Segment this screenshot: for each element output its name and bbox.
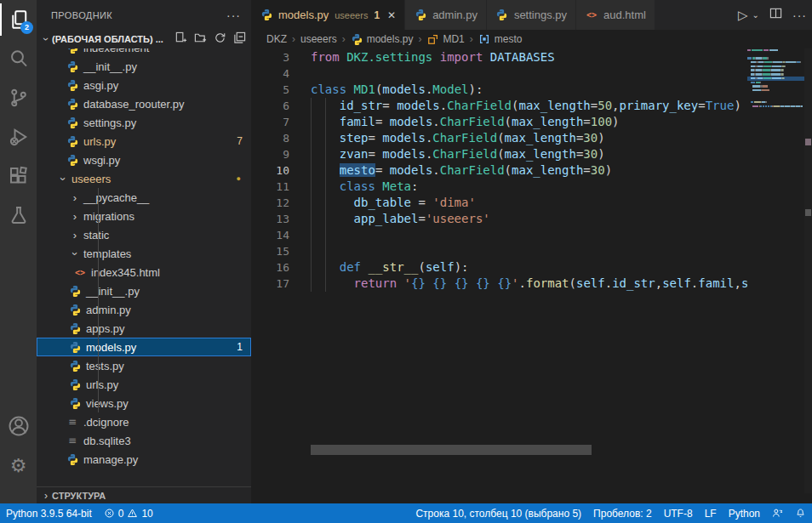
- python-icon: [66, 117, 79, 129]
- horizontal-scrollbar[interactable]: [311, 445, 592, 455]
- tab-settings-py[interactable]: settings.py: [487, 0, 576, 30]
- code-token: 100: [591, 115, 612, 128]
- modified-dot-badge: ●: [237, 174, 241, 183]
- breadcrumb-useeers[interactable]: useeers: [300, 33, 337, 45]
- split-editor-icon[interactable]: [769, 7, 782, 23]
- tree-file--init-py[interactable]: __init__.py: [37, 57, 251, 76]
- indentation-status[interactable]: Пробелов: 2: [587, 508, 658, 520]
- code-line-3[interactable]: 3from DKZ.settings import DATABASES: [251, 49, 747, 65]
- outline-section-header[interactable]: › СТРУКТУРА: [37, 486, 251, 503]
- activity-accounts[interactable]: [0, 406, 37, 446]
- line-number[interactable]: 16: [251, 259, 289, 276]
- tree-file--dcignore[interactable]: ≡.dcignore: [37, 412, 251, 431]
- code-line-5[interactable]: 5class MD1(models.Model):: [251, 82, 747, 98]
- new-file-button[interactable]: [174, 31, 187, 48]
- activity-extensions[interactable]: [0, 156, 37, 196]
- notifications-bell-icon[interactable]: [789, 508, 812, 519]
- tree-file-wsgi-py[interactable]: wsgi.py: [37, 151, 251, 169]
- line-number[interactable]: 7: [251, 114, 289, 130]
- minimap[interactable]: [747, 48, 804, 493]
- tab-models-py[interactable]: models.pyuseeers1✕: [251, 0, 405, 30]
- python-interpreter-status[interactable]: Python 3.9.5 64-bit: [0, 503, 98, 523]
- breadcrumb-md1[interactable]: MD1: [426, 33, 464, 46]
- tree-item-label: database_roouter.py: [83, 98, 251, 111]
- tree-file-urls-py[interactable]: urls.py7: [37, 132, 251, 151]
- tree-file-urls-py[interactable]: urls.py: [37, 375, 251, 394]
- tree-file-database-roouter-py[interactable]: database_roouter.py: [37, 94, 251, 113]
- line-number[interactable]: 6: [251, 98, 289, 114]
- code-token: [490, 276, 497, 290]
- python-icon: [69, 341, 82, 354]
- sidebar-more-actions-icon[interactable]: ···: [226, 9, 241, 22]
- run-python-file-button[interactable]: ▷: [738, 8, 748, 23]
- code-token: .: [432, 163, 439, 177]
- line-number[interactable]: 8: [251, 130, 289, 146]
- tree-file-settings-py[interactable]: settings.py: [37, 113, 251, 132]
- line-number[interactable]: 5: [251, 82, 289, 98]
- code-line-4[interactable]: 4: [251, 65, 747, 82]
- problems-status[interactable]: 0 10: [98, 503, 159, 523]
- breadcrumb-dkz[interactable]: DKZ: [266, 33, 287, 45]
- new-folder-button[interactable]: [194, 31, 207, 48]
- run-options-chevron-icon[interactable]: ⌄: [752, 10, 759, 20]
- tab-admin-py[interactable]: admin.py: [405, 0, 487, 30]
- tree-file-indexelement[interactable]: indexelement: [37, 48, 251, 57]
- tree-file-db-sqlite3[interactable]: ≡db.sqlite3: [37, 431, 251, 450]
- tree-folder-templates[interactable]: ›templates: [37, 244, 251, 263]
- line-number[interactable]: 9: [251, 146, 289, 162]
- tree-folder-migrations[interactable]: ›migrations: [37, 207, 251, 225]
- tree-file-tests-py[interactable]: tests.py: [37, 356, 251, 375]
- encoding-status[interactable]: UTF-8: [658, 508, 699, 520]
- tree-file-asgi-py[interactable]: asgi.py: [37, 76, 251, 94]
- settings-gear-icon: ⚙: [10, 455, 27, 476]
- activity-manage[interactable]: ⚙: [0, 446, 37, 485]
- line-number[interactable]: 14: [251, 227, 289, 243]
- outline-section-label: СТРУКТУРА: [52, 491, 106, 501]
- collapse-all-button[interactable]: [233, 31, 246, 48]
- activity-explorer[interactable]: 2: [0, 0, 37, 39]
- tab-aud-html[interactable]: <>aud.html: [576, 0, 655, 30]
- tree-file-views-py[interactable]: views.py: [37, 394, 251, 412]
- editor-group: models.pyuseeers1✕admin.pysettings.py<>a…: [251, 0, 812, 503]
- code-token: {}: [411, 276, 426, 290]
- new-file-icon: [174, 31, 187, 44]
- language-mode-status[interactable]: Python: [723, 508, 766, 520]
- line-number[interactable]: 4: [251, 65, 289, 82]
- line-number[interactable]: 12: [251, 195, 289, 211]
- tree-file-models-py[interactable]: models.py1: [37, 338, 251, 356]
- tree-file-apps-py[interactable]: apps.py: [37, 319, 251, 338]
- tree-file-admin-py[interactable]: admin.py: [37, 300, 251, 319]
- class-symbol-icon: [427, 33, 439, 45]
- collapse-folders-icon: [233, 31, 246, 44]
- line-number[interactable]: 13: [251, 211, 289, 227]
- eol-status[interactable]: LF: [699, 508, 723, 520]
- tree-folder--pycache-[interactable]: ›__pycache__: [37, 188, 251, 207]
- code-editor[interactable]: 3from DKZ.settings import DATABASES45cla…: [251, 48, 747, 493]
- activity-run-and-debug[interactable]: [0, 117, 37, 156]
- activity-search[interactable]: [0, 39, 37, 78]
- activity-source-control[interactable]: [0, 78, 37, 117]
- tree-file--init-py[interactable]: __init__.py: [37, 281, 251, 300]
- breadcrumb-models-py[interactable]: models.py: [351, 33, 414, 46]
- line-number[interactable]: 10: [251, 162, 289, 179]
- activity-testing[interactable]: [0, 196, 37, 235]
- feedback-icon[interactable]: [766, 508, 789, 519]
- more-actions-icon[interactable]: ···: [792, 9, 807, 22]
- tree-folder-static[interactable]: ›static: [37, 225, 251, 244]
- cursor-position-status[interactable]: Строка 10, столбец 10 (выбрано 5): [409, 508, 587, 520]
- line-number[interactable]: 17: [251, 276, 289, 292]
- tree-file-manage-py[interactable]: manage.py: [37, 450, 251, 469]
- line-number[interactable]: 11: [251, 179, 289, 195]
- breadcrumb-mesto[interactable]: mesto: [478, 33, 523, 46]
- code-token: .: [440, 99, 447, 112]
- line-number[interactable]: 3: [251, 49, 289, 65]
- python-icon: [495, 9, 508, 21]
- tree-folder-useeers[interactable]: ›useeers●: [37, 169, 251, 188]
- tree-file-index345-html[interactable]: <>index345.html: [37, 263, 251, 281]
- extensions-icon: [9, 166, 29, 186]
- workspace-section-header[interactable]: › (РАБОЧАЯ ОБЛАСТЬ) ...: [37, 30, 251, 48]
- close-tab-icon[interactable]: ✕: [387, 9, 396, 21]
- line-number[interactable]: 15: [251, 243, 289, 259]
- code-token: ): [605, 163, 612, 177]
- refresh-button[interactable]: [214, 31, 226, 48]
